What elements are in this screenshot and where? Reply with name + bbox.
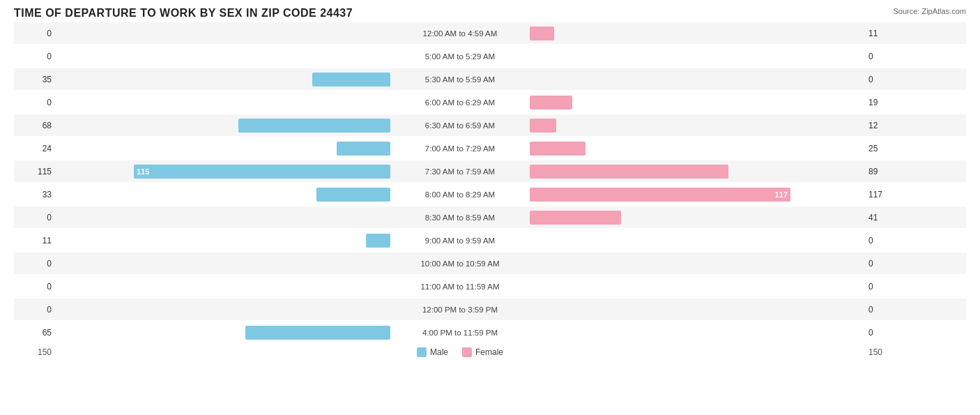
chart-container: TIME OF DEPARTURE TO WORK BY SEX IN ZIP … (0, 0, 980, 415)
male-value: 115 (14, 167, 56, 176)
male-bar-area (56, 50, 390, 63)
axis-right-label: 150 (864, 347, 899, 357)
male-bar: 115 (134, 165, 390, 179)
male-bar (238, 119, 390, 133)
male-value: 35 (14, 75, 56, 84)
male-bar-area (56, 303, 390, 317)
female-bar-area (530, 142, 864, 156)
female-bar (530, 96, 572, 110)
time-label: 5:30 AM to 5:59 AM (390, 75, 530, 84)
legend-area: Male Female (56, 347, 864, 357)
time-label: 8:30 AM to 8:59 AM (390, 213, 530, 222)
female-bar-area: 117 (530, 188, 864, 202)
time-label: 7:30 AM to 7:59 AM (390, 167, 530, 176)
male-value: 0 (14, 305, 56, 315)
male-bar-area (56, 188, 390, 202)
female-value: 41 (864, 213, 899, 222)
chart-row: 06:00 AM to 6:29 AM19 (14, 91, 966, 113)
time-label: 11:00 AM to 11:59 AM (390, 282, 530, 291)
female-bar (530, 27, 554, 40)
time-label: 8:00 AM to 8:29 AM (390, 190, 530, 199)
female-value: 0 (864, 305, 899, 315)
female-bar-area (530, 280, 864, 294)
male-bar (337, 142, 390, 156)
male-bar-area (56, 234, 390, 248)
female-value: 117 (864, 190, 899, 199)
female-value: 0 (864, 282, 899, 292)
male-bar-area (56, 27, 390, 40)
time-label: 12:00 PM to 3:59 PM (390, 305, 530, 314)
female-value: 0 (864, 328, 899, 338)
male-bar (245, 326, 390, 340)
chart-row: 654:00 PM to 11:59 PM0 (14, 322, 966, 343)
chart-row: 355:30 AM to 5:59 AM0 (14, 68, 966, 90)
time-label: 6:00 AM to 6:29 AM (390, 98, 530, 107)
female-bar-area (530, 165, 864, 179)
female-value: 89 (864, 167, 899, 176)
male-value: 0 (14, 259, 56, 269)
chart-row: 338:00 AM to 8:29 AM117117 (14, 183, 966, 205)
legend-male: Male (417, 347, 448, 357)
chart-title: TIME OF DEPARTURE TO WORK BY SEX IN ZIP … (14, 7, 966, 20)
female-bar-area (530, 211, 864, 225)
female-value: 12 (864, 121, 899, 130)
time-label: 7:00 AM to 7:29 AM (390, 144, 530, 153)
male-value: 65 (14, 328, 56, 338)
chart-row: 119:00 AM to 9:59 AM0 (14, 229, 966, 251)
female-bar (530, 119, 556, 133)
male-bar-area (56, 73, 390, 86)
female-bar-area (530, 27, 864, 40)
female-bar-area (530, 119, 864, 133)
female-bar-area (530, 257, 864, 271)
male-value: 0 (14, 29, 56, 38)
female-value: 25 (864, 144, 899, 153)
male-bar (366, 234, 390, 248)
time-label: 12:00 AM to 4:59 AM (390, 29, 530, 38)
chart-row: 247:00 AM to 7:29 AM25 (14, 137, 966, 159)
male-value: 0 (14, 282, 56, 292)
chart-area: 012:00 AM to 4:59 AM1105:00 AM to 5:29 A… (14, 22, 966, 343)
female-value: 0 (864, 75, 899, 84)
female-bar (530, 142, 585, 156)
chart-row: 011:00 AM to 11:59 AM0 (14, 276, 966, 297)
chart-row: 08:30 AM to 8:59 AM41 (14, 206, 966, 228)
male-value: 33 (14, 190, 56, 199)
source-text: Source: ZipAtlas.com (893, 7, 966, 15)
legend-female-label: Female (475, 347, 503, 357)
legend-male-box (417, 347, 427, 357)
chart-row: 010:00 AM to 10:59 AM0 (14, 252, 966, 274)
female-bar-area (530, 73, 864, 86)
time-label: 5:00 AM to 5:29 AM (390, 52, 530, 61)
female-bar: 117 (530, 188, 790, 202)
female-bar-area (530, 50, 864, 63)
axis-left-label: 150 (14, 347, 56, 357)
male-bar-area (56, 280, 390, 294)
female-value: 0 (864, 236, 899, 246)
chart-row: 686:30 AM to 6:59 AM12 (14, 114, 966, 136)
female-bar-area (530, 234, 864, 248)
male-bar-area (56, 326, 390, 340)
male-value: 24 (14, 144, 56, 153)
male-value: 0 (14, 52, 56, 61)
male-bar-area (56, 119, 390, 133)
legend-female-box (462, 347, 472, 357)
female-value: 19 (864, 98, 899, 107)
female-bar-area (530, 303, 864, 317)
chart-row: 012:00 PM to 3:59 PM0 (14, 299, 966, 320)
chart-row: 05:00 AM to 5:29 AM0 (14, 45, 966, 67)
female-value: 0 (864, 259, 899, 269)
male-bar-area (56, 257, 390, 271)
male-bar-area: 115 (56, 165, 390, 179)
female-bar-area (530, 326, 864, 340)
male-value: 0 (14, 213, 56, 222)
time-label: 4:00 PM to 11:59 PM (390, 329, 530, 337)
female-bar-area (530, 96, 864, 110)
male-value: 0 (14, 98, 56, 107)
female-value: 11 (864, 29, 899, 38)
chart-row: 012:00 AM to 4:59 AM11 (14, 22, 966, 44)
time-label: 6:30 AM to 6:59 AM (390, 121, 530, 130)
time-label: 10:00 AM to 10:59 AM (390, 259, 530, 268)
male-bar-area (56, 211, 390, 225)
male-bar (316, 188, 390, 202)
female-value: 0 (864, 52, 899, 61)
